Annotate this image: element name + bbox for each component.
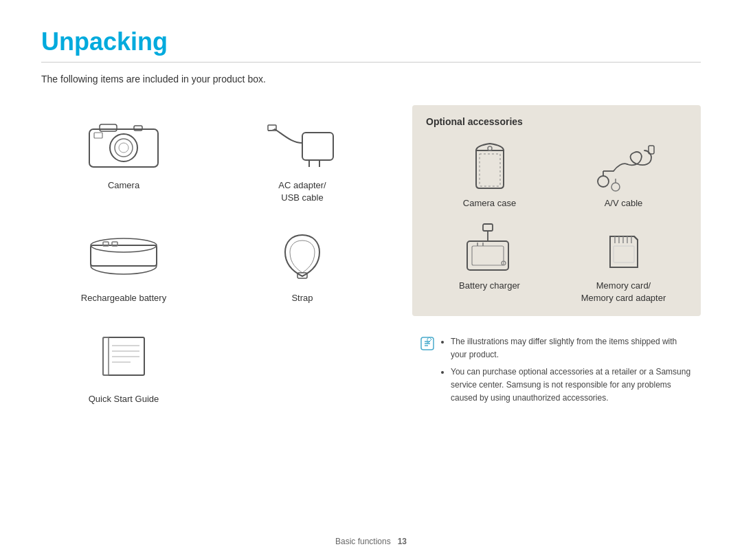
svg-rect-12: [91, 245, 157, 266]
optional-item-battery-charger: Battery charger: [426, 221, 553, 304]
optional-title: Optional accessories: [426, 116, 687, 127]
svg-rect-19: [103, 337, 109, 375]
page-subtitle: The following items are included in your…: [41, 74, 701, 85]
footer-text: Basic functions 13: [335, 537, 407, 546]
optional-item-camera-case: Camera case: [426, 138, 553, 210]
svg-rect-42: [614, 246, 634, 262]
notes-content: The illustrations may differ slightly fr…: [441, 335, 693, 410]
svg-rect-7: [302, 133, 333, 160]
item-strap: Strap: [220, 218, 385, 311]
battery-illustration: [82, 225, 165, 287]
guide-illustration: [82, 326, 165, 388]
strap-label: Strap: [291, 292, 313, 304]
title-divider: [41, 62, 701, 63]
svg-rect-33: [483, 224, 493, 231]
camera-label: Camera: [108, 179, 139, 192]
optional-item-memory-card: Memory card/Memory card adapter: [560, 221, 687, 304]
optional-grid: Camera case: [426, 138, 687, 305]
memory-card-illustration: [583, 221, 665, 276]
item-ac-adapter: AC adapter/USB cable: [220, 105, 385, 211]
main-layout: Camera: [41, 105, 701, 418]
svg-point-3: [119, 143, 128, 153]
memory-card-label: Memory card/Memory card adapter: [581, 280, 666, 304]
svg-point-1: [110, 134, 137, 161]
notes-box: The illustrations may differ slightly fr…: [412, 327, 701, 418]
svg-point-28: [611, 183, 620, 191]
optional-section: Optional accessories: [412, 105, 701, 418]
camera-case-illustration: [449, 138, 531, 193]
camera-case-label: Camera case: [463, 197, 516, 210]
ac-adapter-illustration: [261, 112, 344, 174]
item-battery: Rechargeable battery: [41, 218, 206, 311]
battery-charger-label: Battery charger: [459, 280, 520, 292]
ac-adapter-label: AC adapter/USB cable: [278, 179, 326, 204]
av-cable-illustration: [583, 138, 665, 193]
included-items-section: Camera: [41, 105, 385, 418]
guide-label: Quick Start Guide: [89, 393, 159, 405]
note-1: The illustrations may differ slightly fr…: [451, 335, 693, 361]
page-title: Unpacking: [41, 27, 701, 56]
svg-rect-4: [100, 124, 117, 131]
optional-item-av-cable: A/V cable: [560, 138, 687, 210]
page-number: 13: [398, 537, 407, 546]
note-2: You can purchase optional accessories at…: [451, 366, 693, 405]
optional-accessories-box: Optional accessories: [412, 105, 701, 316]
svg-point-25: [598, 176, 609, 187]
camera-illustration: [82, 112, 165, 174]
battery-charger-illustration: [449, 221, 531, 276]
item-camera: Camera: [41, 105, 206, 211]
svg-rect-6: [94, 133, 102, 138]
battery-label: Rechargeable battery: [81, 292, 166, 304]
svg-rect-31: [467, 241, 508, 270]
items-grid: Camera: [41, 105, 385, 412]
svg-point-2: [115, 139, 133, 157]
av-cable-label: A/V cable: [605, 197, 643, 210]
note-icon: [420, 337, 434, 350]
item-guide: Quick Start Guide: [41, 319, 206, 412]
svg-rect-32: [472, 246, 504, 265]
page-content: Unpacking The following items are includ…: [0, 0, 742, 438]
page-footer: Basic functions 13: [0, 537, 742, 546]
strap-illustration: [261, 225, 344, 287]
